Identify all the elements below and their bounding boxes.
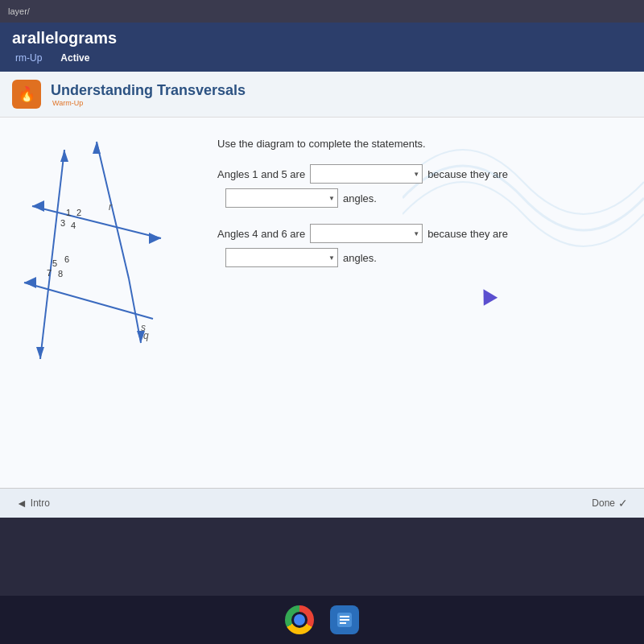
- main-content: 1 2 3 4 5 6 7 8 r q s: [0, 118, 644, 488]
- svg-text:7: 7: [47, 268, 52, 278]
- svg-marker-4: [93, 142, 101, 154]
- q1-prefix: Angles 1 and 5 are: [217, 168, 305, 180]
- svg-text:8: 8: [58, 269, 63, 279]
- svg-text:5: 5: [52, 258, 57, 268]
- svg-marker-2: [36, 347, 44, 359]
- q2-prefix: Angles 4 and 6 are: [217, 228, 305, 240]
- done-label: Done: [592, 497, 615, 509]
- back-arrow: ◄: [16, 497, 27, 510]
- done-check: ✓: [618, 497, 628, 510]
- nav-tabs: rm-Up Active: [12, 51, 632, 65]
- back-button[interactable]: ◄ Intro: [16, 497, 50, 510]
- svg-text:s: s: [141, 322, 146, 333]
- browser-bar: layer/: [0, 0, 644, 23]
- chrome-icon[interactable]: [285, 605, 314, 634]
- q2-dropdown2[interactable]: congruent supplementary vertical adjacen…: [225, 248, 338, 267]
- done-button[interactable]: Done ✓: [592, 497, 628, 510]
- svg-rect-25: [340, 619, 349, 621]
- svg-line-0: [40, 150, 64, 359]
- svg-text:4: 4: [71, 221, 76, 230]
- content-area: 🔥 Understanding Transversals Warm-Up: [0, 72, 644, 518]
- q1-angles: angles.: [343, 192, 377, 204]
- q1-dropdown2-wrapper: congruent supplementary vertical adjacen…: [225, 188, 338, 208]
- app-header: arallelograms rm-Up Active: [0, 23, 644, 72]
- diagram-area: 1 2 3 4 5 6 7 8 r q s: [16, 134, 193, 472]
- svg-text:3: 3: [60, 218, 65, 228]
- q2-angles: angles.: [343, 252, 377, 264]
- svg-marker-11: [24, 277, 36, 288]
- svg-marker-9: [149, 233, 161, 244]
- warmup-label: Warm-Up: [52, 99, 246, 107]
- svg-text:6: 6: [64, 254, 69, 264]
- activity-header: 🔥 Understanding Transversals Warm-Up: [0, 72, 644, 118]
- q2-dropdown1[interactable]: corresponding alternate interior alterna…: [310, 224, 423, 243]
- svg-text:1: 1: [66, 208, 71, 217]
- tab-warmup[interactable]: rm-Up: [12, 51, 45, 65]
- activity-title: Understanding Transversals: [51, 82, 246, 99]
- q1-dropdown2[interactable]: congruent supplementary vertical adjacen…: [225, 188, 338, 208]
- svg-marker-1: [60, 150, 68, 162]
- svg-marker-8: [32, 200, 44, 212]
- wave-decoration: [402, 118, 644, 279]
- q2-dropdown1-wrapper: corresponding alternate interior alterna…: [310, 224, 423, 243]
- tab-active[interactable]: Active: [57, 51, 93, 65]
- svg-line-7: [32, 206, 161, 238]
- app-title: arallelograms: [12, 29, 632, 47]
- svg-rect-26: [340, 622, 346, 624]
- taskbar: [0, 596, 644, 644]
- finder-icon[interactable]: [330, 605, 359, 634]
- activity-icon: 🔥: [12, 80, 41, 109]
- svg-line-3: [97, 142, 129, 279]
- q2-dropdown2-wrapper: congruent supplementary vertical adjacen…: [225, 248, 338, 267]
- svg-rect-24: [340, 616, 349, 617]
- svg-text:2: 2: [76, 208, 81, 217]
- q1-dropdown1[interactable]: corresponding alternate interior alterna…: [310, 164, 423, 184]
- back-label: Intro: [31, 497, 50, 509]
- q1-dropdown1-wrapper: corresponding alternate interior alterna…: [310, 164, 423, 184]
- url-bar: layer/: [8, 6, 30, 16]
- bottom-nav: ◄ Intro Done ✓: [0, 488, 644, 518]
- screen: layer/ arallelograms rm-Up Active 🔥 Unde…: [0, 0, 644, 644]
